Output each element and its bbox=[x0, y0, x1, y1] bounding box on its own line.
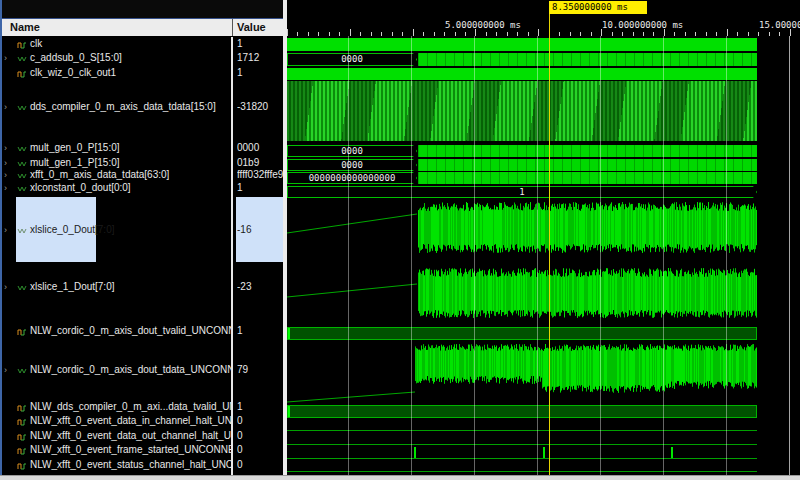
bus-value-label: 0000000000000000 bbox=[287, 172, 417, 184]
expand-arrow-icon[interactable]: › bbox=[4, 157, 7, 169]
signal-row-mult0[interactable]: › mult_gen_0_P[15:0] bbox=[2, 142, 231, 154]
signal-value: -31820 bbox=[237, 101, 283, 113]
signal-value: 1 bbox=[237, 38, 283, 50]
column-divider[interactable] bbox=[232, 19, 233, 36]
wave-c-addsub-seg1: 0000 bbox=[287, 53, 417, 66]
clock-icon bbox=[17, 68, 27, 79]
signal-row-event-status[interactable]: NLW_xfft_0_event_status_channel_halt_UNC… bbox=[2, 459, 231, 471]
bus-value-label: 1 bbox=[287, 186, 757, 198]
cursor-time-flag[interactable]: 8.350000000 ms bbox=[549, 1, 647, 14]
signal-row-mult1[interactable]: › mult_gen_1_P[15:0] bbox=[2, 157, 231, 169]
wave-xlslice0-analog bbox=[418, 201, 757, 262]
signal-value: 1712 bbox=[237, 52, 283, 64]
signal-name: NLW_xfft_0_event_data_in_channel_halt_UN… bbox=[30, 415, 231, 427]
wave-event-status bbox=[287, 471, 757, 472]
signal-row-event-frame[interactable]: NLW_xfft_0_event_frame_started_UNCONNECT… bbox=[2, 444, 231, 456]
signal-name: NLW_xfft_0_event_data_out_channel_halt_U… bbox=[30, 430, 231, 442]
signal-name: NLW_dds_compiler_0_m_axi...data_tvalid_U… bbox=[30, 401, 231, 413]
signal-value: 0 bbox=[237, 430, 283, 442]
wave-cordic-tvalid bbox=[287, 327, 757, 340]
signal-row-cordic-tvalid[interactable]: NLW_cordic_0_m_axis_dout_tvalid_UNCONNEC… bbox=[2, 325, 231, 337]
signal-value: 01b9 bbox=[237, 157, 283, 169]
waveform-canvas-panel[interactable]: 5.000000000 ms 10.000000000 ms 15.000000… bbox=[287, 0, 800, 475]
signal-row-dds[interactable]: › dds_compiler_0_m_axis_data_tdata[15:0] bbox=[2, 101, 231, 113]
signal-name: NLW_cordic_0_m_axis_dout_tvalid_UNCONNEC… bbox=[30, 325, 231, 337]
name-value-divider[interactable] bbox=[231, 37, 233, 475]
expand-arrow-icon[interactable]: › bbox=[4, 142, 7, 154]
expand-arrow-icon[interactable]: › bbox=[4, 169, 7, 181]
bus-value-label: 0000 bbox=[287, 159, 417, 171]
signal-row-xlslice1[interactable]: › xlslice_1_Dout[7:0] bbox=[2, 281, 231, 293]
name-column-header[interactable]: Name bbox=[10, 21, 40, 33]
clock-icon bbox=[17, 326, 27, 337]
wave-event-frame-started bbox=[287, 458, 757, 459]
time-tick-label: 15.0000000 bbox=[759, 20, 800, 30]
expand-arrow-icon[interactable]: › bbox=[4, 224, 7, 236]
signal-row-event-data-in[interactable]: NLW_xfft_0_event_data_in_channel_halt_UN… bbox=[2, 415, 231, 427]
bus-icon bbox=[17, 183, 27, 194]
clock-icon bbox=[17, 402, 27, 413]
signal-name: clk bbox=[30, 38, 42, 50]
wave-dds-tvalid bbox=[287, 405, 757, 418]
signal-row-cordic-tdata[interactable]: › NLW_cordic_0_m_axis_dout_tdata_UNCONNE… bbox=[2, 364, 231, 376]
clock-icon bbox=[17, 431, 27, 442]
expand-arrow-icon[interactable]: › bbox=[4, 52, 7, 64]
signal-row-xlslice0[interactable]: › xlslice_0_Dout[7:0] bbox=[2, 224, 231, 236]
clock-icon bbox=[17, 416, 27, 427]
signal-row-event-data-out[interactable]: NLW_xfft_0_event_data_out_channel_halt_U… bbox=[2, 430, 231, 442]
signal-name: dds_compiler_0_m_axis_data_tdata[15:0] bbox=[30, 101, 216, 113]
bus-icon bbox=[17, 365, 27, 376]
signal-name: xlslice_1_Dout[7:0] bbox=[30, 281, 115, 293]
time-cursor[interactable] bbox=[549, 13, 550, 475]
signal-row-clk[interactable]: clk bbox=[2, 38, 231, 50]
bus-icon bbox=[17, 158, 27, 169]
wave-mult1-seg1: 0000 bbox=[287, 159, 417, 171]
signal-value: 1 bbox=[237, 401, 283, 413]
signal-name: xfft_0_m_axis_data_tdata[63:0] bbox=[30, 169, 169, 181]
bus-icon bbox=[17, 170, 27, 181]
bus-icon bbox=[17, 282, 27, 293]
signal-value: ffff032fffe98 bbox=[237, 169, 283, 181]
horizontal-scrollbar[interactable] bbox=[0, 475, 800, 480]
signal-name: mult_gen_1_P[15:0] bbox=[30, 157, 120, 169]
time-ruler[interactable] bbox=[287, 0, 800, 36]
clock-icon bbox=[17, 445, 27, 456]
wave-xfft-seg2 bbox=[418, 172, 757, 184]
wave-event-data-in bbox=[287, 430, 757, 431]
signal-name: c_addsub_0_S[15:0] bbox=[30, 52, 122, 64]
signal-value: 0000 bbox=[237, 142, 283, 154]
signal-row-clk-wiz[interactable]: clk_wiz_0_clk_out1 bbox=[2, 67, 231, 79]
wave-dds-analog bbox=[287, 81, 757, 141]
wave-c-addsub-seg2 bbox=[418, 53, 757, 66]
signal-row-dds-tvalid[interactable]: NLW_dds_compiler_0_m_axi...data_tvalid_U… bbox=[2, 401, 231, 413]
signal-name: NLW_xfft_0_event_frame_started_UNCONNECT… bbox=[30, 444, 231, 456]
expand-arrow-icon[interactable]: › bbox=[4, 364, 7, 376]
wave-mult0-seg2 bbox=[418, 145, 757, 157]
signal-value: 1 bbox=[237, 67, 283, 79]
expand-arrow-icon[interactable]: › bbox=[4, 101, 7, 113]
panel-left-border bbox=[0, 0, 2, 475]
frame-started-pulse bbox=[671, 447, 673, 458]
bus-value-label: 0000 bbox=[287, 145, 417, 157]
signal-name: clk_wiz_0_clk_out1 bbox=[30, 67, 116, 79]
signal-value: 0 bbox=[237, 415, 283, 427]
time-tick-label: 5.000000000 ms bbox=[445, 20, 521, 30]
signal-row-c-addsub[interactable]: › c_addsub_0_S[15:0] bbox=[2, 52, 231, 64]
frame-started-pulse bbox=[543, 447, 545, 458]
waveform-viewer-window: Name Value clk › c_addsub_0_S[15:0] clk_… bbox=[0, 0, 800, 480]
wave-event-data-out bbox=[287, 444, 757, 445]
signal-name: xlslice_0_Dout[7:0] bbox=[30, 224, 115, 236]
signal-row-xlconstant[interactable]: › xlconstant_0_dout[0:0] bbox=[2, 182, 231, 194]
signal-value: 79 bbox=[237, 364, 283, 376]
signal-value: -16 bbox=[237, 224, 283, 236]
signal-name: mult_gen_0_P[15:0] bbox=[30, 142, 120, 154]
expand-arrow-icon[interactable]: › bbox=[4, 182, 7, 194]
value-column-header[interactable]: Value bbox=[237, 21, 266, 33]
signal-list-header: Name Value bbox=[2, 19, 283, 37]
expand-arrow-icon[interactable]: › bbox=[4, 281, 7, 293]
signal-list-panel[interactable]: Name Value clk › c_addsub_0_S[15:0] clk_… bbox=[0, 0, 283, 475]
signal-value: 0 bbox=[237, 459, 283, 471]
signal-value: -23 bbox=[237, 281, 283, 293]
wave-clk-wiz bbox=[287, 68, 757, 80]
signal-row-xfft[interactable]: › xfft_0_m_axis_data_tdata[63:0] bbox=[2, 169, 231, 181]
